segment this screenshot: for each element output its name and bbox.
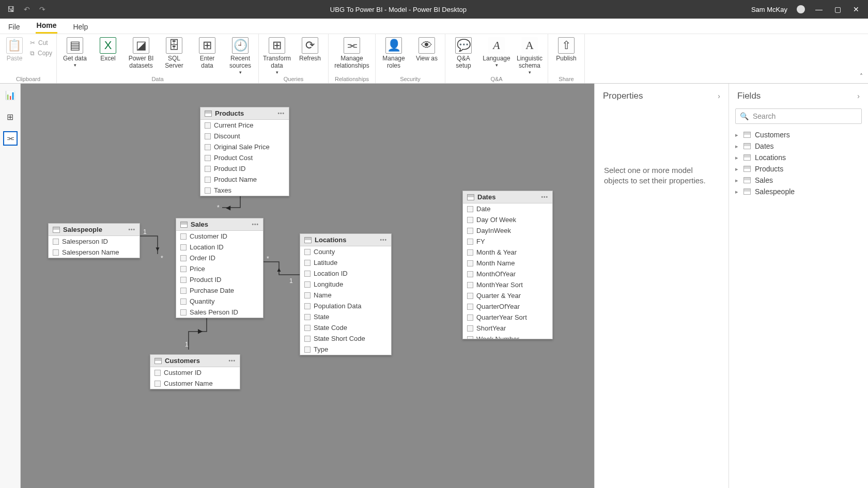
qa-setup-button[interactable]: 💬Q&A setup bbox=[450, 36, 477, 70]
user-name[interactable]: Sam McKay bbox=[751, 6, 787, 13]
table-column[interactable]: Month & Year bbox=[463, 247, 552, 258]
language-button[interactable]: ALanguage▾ bbox=[483, 36, 510, 68]
table-column[interactable]: State bbox=[300, 311, 391, 322]
table-column[interactable]: Location ID bbox=[300, 268, 391, 279]
table-column[interactable]: Salesperson Name bbox=[49, 247, 140, 258]
tab-help[interactable]: Help bbox=[72, 20, 89, 34]
tab-home[interactable]: Home bbox=[36, 18, 58, 34]
table-locations[interactable]: Locations••• CountyLatitudeLocation IDLo… bbox=[300, 233, 392, 355]
table-column[interactable]: Product ID bbox=[200, 163, 289, 174]
table-column[interactable]: State Short Code bbox=[300, 333, 391, 344]
more-icon[interactable]: ••• bbox=[541, 194, 548, 200]
table-column[interactable]: MonthOfYear bbox=[463, 269, 552, 279]
table-products[interactable]: Products••• Current PriceDiscountOrigina… bbox=[200, 107, 289, 196]
table-column[interactable]: Day Of Week bbox=[463, 214, 552, 225]
table-column[interactable]: Month Name bbox=[463, 258, 552, 269]
table-column[interactable]: Customer ID bbox=[176, 231, 263, 242]
table-sales[interactable]: Sales••• Customer IDLocation IDOrder IDP… bbox=[176, 218, 264, 318]
more-icon[interactable]: ••• bbox=[128, 227, 135, 232]
cut-button[interactable]: ✂Cut bbox=[30, 39, 52, 46]
table-column[interactable]: Customer Name bbox=[150, 378, 240, 389]
fields-tree-table[interactable]: ▸Products bbox=[733, 163, 864, 175]
undo-icon[interactable]: ↶ bbox=[24, 5, 30, 13]
fields-tree-table[interactable]: ▸Locations bbox=[733, 152, 864, 163]
copy-button[interactable]: ⧉Copy bbox=[30, 50, 52, 57]
view-as-button[interactable]: 👁View as bbox=[413, 36, 441, 62]
pbi-datasets-button[interactable]: ◪Power BI datasets bbox=[127, 36, 155, 70]
fields-tree-table[interactable]: ▸Salespeople bbox=[733, 186, 864, 197]
more-icon[interactable]: ••• bbox=[277, 111, 285, 116]
table-column[interactable]: Product ID bbox=[176, 274, 263, 285]
chevron-right-icon[interactable]: › bbox=[718, 92, 720, 100]
table-column[interactable]: Location ID bbox=[176, 242, 263, 253]
table-column[interactable]: Longitude bbox=[300, 279, 391, 290]
table-header[interactable]: Products••• bbox=[200, 107, 289, 120]
table-column[interactable]: Quarter & Year bbox=[463, 290, 552, 301]
table-customers[interactable]: Customers••• Customer IDCustomer Name bbox=[150, 354, 240, 389]
table-column[interactable]: DayInWeek bbox=[463, 225, 552, 236]
save-icon[interactable]: 🖫 bbox=[7, 5, 14, 13]
redo-icon[interactable]: ↷ bbox=[39, 5, 45, 13]
table-column[interactable]: Name bbox=[300, 290, 391, 301]
table-column[interactable]: County bbox=[300, 246, 391, 257]
manage-relationships-button[interactable]: ⫘Manage relationships bbox=[333, 36, 371, 70]
table-column[interactable]: Original Sale Price bbox=[200, 141, 289, 152]
table-column[interactable]: Product Cost bbox=[200, 152, 289, 163]
paste-button[interactable]: 📋 Paste bbox=[4, 36, 25, 62]
excel-button[interactable]: XExcel bbox=[94, 36, 122, 62]
avatar[interactable] bbox=[797, 5, 805, 13]
minimize-button[interactable]: — bbox=[814, 5, 824, 13]
table-dates[interactable]: Dates••• DateDay Of WeekDayInWeekFYMonth… bbox=[462, 191, 553, 339]
search-input[interactable]: 🔍 Search bbox=[735, 108, 862, 124]
table-header[interactable]: Locations••• bbox=[300, 234, 391, 246]
transform-data-button[interactable]: ⊞Transform data▾ bbox=[263, 36, 291, 75]
report-view-button[interactable]: 📊 bbox=[3, 88, 18, 102]
chevron-right-icon[interactable]: › bbox=[857, 92, 860, 100]
table-column[interactable]: Discount bbox=[200, 131, 289, 141]
get-data-button[interactable]: ▤Get data▾ bbox=[61, 36, 89, 68]
table-column[interactable]: Customer ID bbox=[150, 367, 240, 378]
publish-button[interactable]: ⇧Publish bbox=[552, 36, 580, 62]
table-column[interactable]: Product Name bbox=[200, 174, 289, 185]
table-column[interactable]: Purchase Date bbox=[176, 285, 263, 296]
table-column[interactable]: Taxes bbox=[200, 185, 289, 196]
fields-tree-table[interactable]: ▸Dates bbox=[733, 140, 864, 152]
table-header[interactable]: Salespeople••• bbox=[49, 224, 140, 236]
model-canvas[interactable]: 1 * 1 * 1 * 1 * ◀ ▼ ▲ ▶ Products••• Curr… bbox=[21, 84, 594, 488]
table-column[interactable]: Order ID bbox=[176, 253, 263, 263]
manage-roles-button[interactable]: 👤Manage roles bbox=[380, 36, 408, 70]
sql-server-button[interactable]: 🗄SQL Server bbox=[160, 36, 188, 70]
table-column[interactable]: Quantity bbox=[176, 296, 263, 307]
fields-tree-table[interactable]: ▸Customers bbox=[733, 129, 864, 140]
more-icon[interactable]: ••• bbox=[228, 358, 236, 364]
table-salespeople[interactable]: Salespeople••• Salesperson IDSalesperson… bbox=[48, 223, 140, 258]
table-column[interactable]: Sales Person ID bbox=[176, 307, 263, 318]
properties-header[interactable]: Properties › bbox=[595, 84, 729, 108]
fields-tree-table[interactable]: ▸Sales bbox=[733, 175, 864, 186]
table-column[interactable]: Current Price bbox=[200, 120, 289, 131]
table-column[interactable]: Salesperson ID bbox=[49, 236, 140, 247]
table-column[interactable]: Population Data bbox=[300, 301, 391, 311]
table-column[interactable]: QuarterOfYear bbox=[463, 301, 552, 312]
table-column[interactable]: Date bbox=[463, 203, 552, 214]
table-column[interactable]: Latitude bbox=[300, 257, 391, 268]
table-column[interactable]: MonthYear Sort bbox=[463, 279, 552, 290]
table-column[interactable]: Week Number bbox=[463, 334, 552, 339]
more-icon[interactable]: ••• bbox=[252, 222, 259, 227]
table-column[interactable]: FY bbox=[463, 236, 552, 247]
table-column[interactable]: QuarterYear Sort bbox=[463, 312, 552, 323]
enter-data-button[interactable]: ⊞Enter data bbox=[193, 36, 221, 70]
table-header[interactable]: Sales••• bbox=[176, 218, 263, 231]
refresh-button[interactable]: ⟳Refresh bbox=[296, 36, 324, 62]
table-column[interactable]: Price bbox=[176, 263, 263, 274]
table-header[interactable]: Dates••• bbox=[463, 191, 552, 203]
table-column[interactable]: State Code bbox=[300, 322, 391, 333]
table-column[interactable]: ShortYear bbox=[463, 323, 552, 334]
table-header[interactable]: Customers••• bbox=[150, 355, 240, 367]
data-view-button[interactable]: ⊞ bbox=[3, 109, 18, 124]
tab-file[interactable]: File bbox=[7, 20, 21, 34]
schema-button[interactable]: ALinguistic schema▾ bbox=[516, 36, 544, 75]
close-button[interactable]: ✕ bbox=[851, 5, 861, 13]
recent-sources-button[interactable]: 🕘Recent sources▾ bbox=[226, 36, 254, 75]
restore-button[interactable]: ▢ bbox=[833, 5, 842, 13]
